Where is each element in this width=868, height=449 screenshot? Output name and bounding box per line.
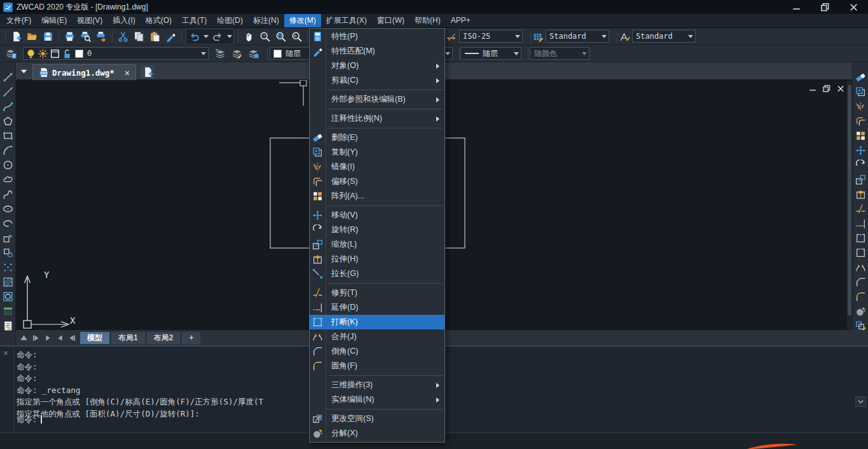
line-icon[interactable] [1,70,15,85]
menu-item-join[interactable]: 合并(J) [310,329,444,344]
layer-props-icon[interactable] [245,46,261,62]
open-file-icon[interactable] [24,29,40,45]
mtext-icon[interactable]: A [1,319,15,333]
doc-restore-icon[interactable] [822,84,832,93]
menu-item-annotative-scale[interactable]: 注释性比例(N) [310,111,444,126]
tab-prev-icon[interactable] [43,333,53,343]
layer-states-icon[interactable] [229,46,245,62]
minimize-icon[interactable] [782,0,811,14]
stretch-icon[interactable] [853,187,867,202]
menubar-item-insert[interactable]: 插入(I) [107,14,140,27]
copy-icon[interactable] [131,29,147,45]
circle-icon[interactable] [1,158,15,172]
text-style-combo[interactable]: Standard [632,30,696,43]
tab-close-icon[interactable]: ✕ [125,68,130,77]
menu-item-clip[interactable]: 剪裁(C) [310,73,444,88]
menubar-item-draw[interactable]: 绘图(D) [212,14,248,27]
document-tab[interactable]: DWG Drawing1.dwg* ✕ [32,64,136,80]
chevron-down-icon[interactable] [599,35,609,38]
move-icon[interactable] [853,143,867,158]
spline-icon[interactable] [1,187,15,202]
menu-item-match-properties[interactable]: 特性匹配(M) [310,44,444,59]
menu-item-solid-editing[interactable]: 实体编辑(N) [310,392,444,407]
menu-item-move[interactable]: 移动(V) [310,208,444,223]
menu-item-change-space[interactable]: 更改空间(S) [310,411,444,426]
doc-close-icon[interactable] [836,84,846,93]
command-close-icon[interactable]: ✕ [3,349,8,357]
canvas-vertical-scrollbar[interactable] [847,80,852,330]
unlock-icon[interactable] [62,48,72,59]
point-icon[interactable] [1,260,15,275]
xline-icon[interactable] [1,85,15,99]
arc-icon[interactable] [1,143,15,158]
menubar-item-app-plus[interactable]: APP+ [446,14,476,27]
new-document-icon[interactable] [141,66,155,78]
lineweight-combo[interactable]: 随层 [460,47,521,60]
zoom-window-icon[interactable] [273,29,289,45]
mirror-icon[interactable] [853,99,867,114]
menubar-item-tools[interactable]: 工具(T) [177,14,212,27]
menu-item-trim[interactable]: 修剪(T) [310,286,444,300]
menu-item-copy[interactable]: 复制(Y) [310,145,444,160]
menubar-item-help[interactable]: 帮助(H) [410,14,446,27]
menu-item-fillet[interactable]: 圆角(F) [310,359,444,373]
tab-first-icon[interactable] [31,333,41,343]
menubar-item-view[interactable]: 视图(V) [72,14,107,27]
layout-tab-layout1[interactable]: 布局1 [111,332,145,344]
fillet-icon[interactable] [853,289,867,304]
save-icon[interactable] [40,29,56,45]
menu-item-explode[interactable]: 分解(X) [310,426,444,441]
revcloud-icon[interactable] [1,172,15,187]
chevron-down-icon[interactable] [685,35,695,38]
menu-item-chamfer[interactable]: 倒角(C) [310,344,444,359]
polyline-icon[interactable] [1,99,15,114]
hatch-icon[interactable] [1,275,15,289]
table-icon[interactable] [1,304,15,319]
menu-item-properties[interactable]: 特性(P) [310,29,444,44]
menu-item-offset[interactable]: 偏移(S) [310,174,444,189]
cut-icon[interactable] [115,29,131,45]
insert-block-icon[interactable] [1,231,15,245]
chevron-down-icon[interactable] [198,52,208,55]
dropdown-arrow-icon[interactable] [202,29,210,45]
copy-obj-icon[interactable] [853,85,867,99]
menubar-item-dimension[interactable]: 标注(N) [248,14,284,27]
layout-tab-new-layout[interactable]: + [182,332,200,344]
make-block-icon[interactable] [1,245,15,260]
print-icon[interactable] [62,29,78,45]
new-file-icon[interactable] [8,29,24,45]
bulb-icon[interactable] [25,48,36,59]
doc-list-dropdown-icon[interactable] [18,66,29,78]
menubar-item-format[interactable]: 格式(O) [141,14,177,27]
publish-icon[interactable] [93,29,109,45]
menu-item-rotate[interactable]: 旋转(R) [310,223,444,237]
layer-combo[interactable]: 0 [23,47,209,60]
menu-item-stretch[interactable]: 拉伸(H) [310,252,444,266]
menu-item-xref-block-edit[interactable]: 外部参照和块编辑(B) [310,92,444,107]
menu-item-mirror[interactable]: 镜像(I) [310,160,444,174]
redo-icon[interactable] [210,29,226,45]
rectangle-icon[interactable] [1,128,15,143]
layout-tab-model[interactable]: 模型 [80,332,109,344]
join-icon[interactable] [853,260,867,275]
tab-up-icon[interactable] [18,333,29,343]
menu-item-object[interactable]: 对象(O) [310,59,444,73]
explode-icon[interactable] [853,304,867,319]
region-icon[interactable] [1,289,15,304]
vp-freeze-icon[interactable] [50,48,60,59]
menu-item-3d-operations[interactable]: 三维操作(3) [310,378,444,392]
scale-icon[interactable] [853,172,867,187]
freeze-icon[interactable] [38,48,48,59]
erase-icon[interactable] [853,70,867,85]
chevron-down-icon[interactable] [511,52,521,55]
layer-manager-icon[interactable] [3,46,19,62]
offset-icon[interactable] [853,114,867,128]
table-style-combo[interactable]: Standard [546,30,609,43]
menubar-item-file[interactable]: 文件(F) [1,14,36,27]
trim-icon[interactable] [853,202,867,216]
dim-style-combo[interactable]: ISO-25 [459,30,523,43]
array-icon[interactable] [853,128,867,143]
scrollbar-thumb[interactable] [848,85,851,315]
menu-item-array[interactable]: 阵列(A)... [310,189,444,204]
restore-icon[interactable] [811,0,839,14]
